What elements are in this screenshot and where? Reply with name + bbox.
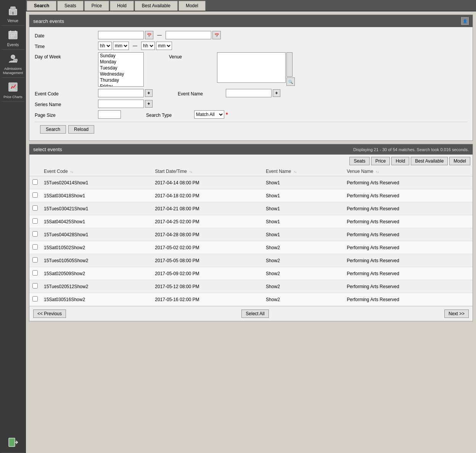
row-checkbox-6[interactable] xyxy=(32,257,38,263)
row-checkbox-2[interactable] xyxy=(32,205,38,211)
row-event-code-8: 15Tues020512Show2 xyxy=(41,280,152,293)
day-monday[interactable]: Monday xyxy=(98,59,143,65)
checkbox-col-header xyxy=(29,167,41,176)
select-events-header: select events Displaying 21 - 30 of 54 m… xyxy=(29,144,473,155)
date-to-calendar-button[interactable]: 📅 xyxy=(212,31,221,39)
date-from-input[interactable] xyxy=(98,31,144,39)
event-name-field: + xyxy=(226,89,280,97)
seats-button[interactable]: Seats xyxy=(349,157,370,165)
tab-model[interactable]: Model xyxy=(178,1,206,11)
sidebar-item-events[interactable]: Events xyxy=(2,26,24,50)
time-label: Time xyxy=(35,43,96,49)
time-to-field: hh 01020304 05060708 09101112 mm00153045 xyxy=(141,42,172,50)
event-code-col-header: Event Code ↑↓ xyxy=(41,167,152,176)
row-event-name-7: Show2 xyxy=(263,267,344,280)
day-sunday[interactable]: Sunday xyxy=(98,53,143,59)
start-datetime-col-header: Start Date/Time ↑↓ xyxy=(152,167,263,176)
day-of-week-listbox[interactable]: Sunday Monday Tuesday Wednesday Thursday… xyxy=(98,52,144,87)
row-event-code-1: 15Sat030418Show1 xyxy=(41,189,152,202)
reload-button[interactable]: Reload xyxy=(68,125,94,134)
event-name-sort[interactable]: ↑↓ xyxy=(293,171,296,174)
svg-rect-12 xyxy=(12,36,14,37)
day-thursday[interactable]: Thursday xyxy=(98,77,143,83)
series-name-add-button[interactable]: + xyxy=(145,100,153,108)
events-icon xyxy=(6,28,20,42)
sidebar-item-admissions[interactable]: Admissions Management xyxy=(2,50,24,78)
section-icon-button[interactable]: 👤 xyxy=(461,17,469,25)
hold-button[interactable]: Hold xyxy=(391,157,409,165)
main-content: Search Seats Price Hold Best Available M… xyxy=(26,0,476,453)
day-friday[interactable]: Friday xyxy=(98,83,143,87)
svg-point-13 xyxy=(11,55,15,59)
sidebar-label-events: Events xyxy=(7,43,19,47)
row-event-code-4: 15Tues040428Show1 xyxy=(41,228,152,241)
price-button[interactable]: Price xyxy=(371,157,390,165)
select-all-button[interactable]: Select All xyxy=(241,310,269,318)
event-name-input[interactable] xyxy=(226,89,272,97)
row-venue-name-9: Performing Arts Reserved xyxy=(344,293,473,306)
venue-search-button[interactable]: 🔍 xyxy=(286,77,295,86)
prev-page-button[interactable]: << Previous xyxy=(33,310,66,318)
table-row: 15Sat030418Show1 2017-04-18 02:00 PM Sho… xyxy=(29,189,473,202)
row-datetime-9: 2017-05-16 02:00 PM xyxy=(152,293,263,306)
search-events-title: search events xyxy=(33,18,64,24)
row-event-name-3: Show1 xyxy=(263,215,344,228)
tab-price[interactable]: Price xyxy=(84,1,109,11)
date-from-calendar-button[interactable]: 📅 xyxy=(145,31,153,39)
row-checkbox-0[interactable] xyxy=(32,179,38,185)
row-checkbox-4[interactable] xyxy=(32,231,38,237)
page-size-input[interactable]: 10 xyxy=(98,110,121,119)
time-from-mm[interactable]: mm00153045 xyxy=(113,42,129,50)
sidebar-item-venue[interactable]: Venue xyxy=(2,2,24,26)
row-event-name-9: Show2 xyxy=(263,293,344,306)
sidebar-item-exit[interactable] xyxy=(2,433,24,453)
row-checkbox-1[interactable] xyxy=(32,192,38,198)
model-button[interactable]: Model xyxy=(449,157,470,165)
row-checkbox-9[interactable] xyxy=(32,296,38,301)
event-name-col-header: Event Name ↑↓ xyxy=(263,167,344,176)
row-checkbox-8[interactable] xyxy=(32,283,38,289)
date-to-input[interactable] xyxy=(166,31,211,39)
row-event-name-0: Show1 xyxy=(263,176,344,189)
sidebar-item-price-charts[interactable]: Price Charts xyxy=(2,78,24,102)
tab-hold[interactable]: Hold xyxy=(110,1,134,11)
event-code-add-button[interactable]: + xyxy=(145,89,153,97)
row-event-code-6: 15Tues010505Show2 xyxy=(41,254,152,267)
time-to-hh[interactable]: hh 01020304 05060708 09101112 xyxy=(141,42,155,50)
row-datetime-5: 2017-05-02 02:00 PM xyxy=(152,241,263,254)
best-available-button[interactable]: Best Available xyxy=(411,157,448,165)
event-code-input[interactable] xyxy=(98,89,144,97)
sidebar-label-admissions: Admissions Management xyxy=(2,67,24,75)
day-tuesday[interactable]: Tuesday xyxy=(98,65,143,71)
row-checkbox-7[interactable] xyxy=(32,270,38,276)
venue-name-sort[interactable]: ↑↓ xyxy=(376,171,379,174)
tab-search[interactable]: Search xyxy=(27,1,56,11)
venue-textarea[interactable] xyxy=(217,52,286,83)
tab-best-available[interactable]: Best Available xyxy=(135,1,178,11)
event-name-label: Event Name xyxy=(178,90,224,97)
venue-name-col-header: Venue Name ↑↓ xyxy=(344,167,473,176)
row-venue-name-3: Performing Arts Reserved xyxy=(344,215,473,228)
pagination-bar: << Previous Select All Next >> xyxy=(29,306,473,321)
row-checkbox-5[interactable] xyxy=(32,244,38,250)
row-venue-name-1: Performing Arts Reserved xyxy=(344,189,473,202)
top-tabs: Search Seats Price Hold Best Available M… xyxy=(26,0,476,11)
series-name-field: + xyxy=(98,100,153,108)
day-wednesday[interactable]: Wednesday xyxy=(98,71,143,77)
search-type-select[interactable]: Match All Match Any xyxy=(194,110,224,119)
next-page-button[interactable]: Next >> xyxy=(444,310,469,318)
table-row: 15Tues030421Show1 2017-04-21 08:00 PM Sh… xyxy=(29,202,473,215)
tab-seats[interactable]: Seats xyxy=(57,1,84,11)
event-name-add-button[interactable]: + xyxy=(273,89,280,97)
start-datetime-sort[interactable]: ↑↓ xyxy=(189,171,192,174)
table-row: 15Sat030516Show2 2017-05-16 02:00 PM Sho… xyxy=(29,293,473,306)
row-checkbox-3[interactable] xyxy=(32,218,38,224)
series-name-input[interactable] xyxy=(98,100,144,108)
time-to-mm[interactable]: mm00153045 xyxy=(156,42,172,50)
search-button[interactable]: Search xyxy=(40,125,66,134)
table-row: 15Sat040425Show1 2017-04-25 02:00 PM Sho… xyxy=(29,215,473,228)
display-info: Displaying 21 - 30 of 54 matches. Search… xyxy=(353,147,469,152)
time-from-hh[interactable]: hh 01020304 05060708 09101112 xyxy=(98,42,112,50)
date-to-field: 📅 xyxy=(166,31,221,39)
event-code-sort[interactable]: ↑↓ xyxy=(70,171,73,174)
